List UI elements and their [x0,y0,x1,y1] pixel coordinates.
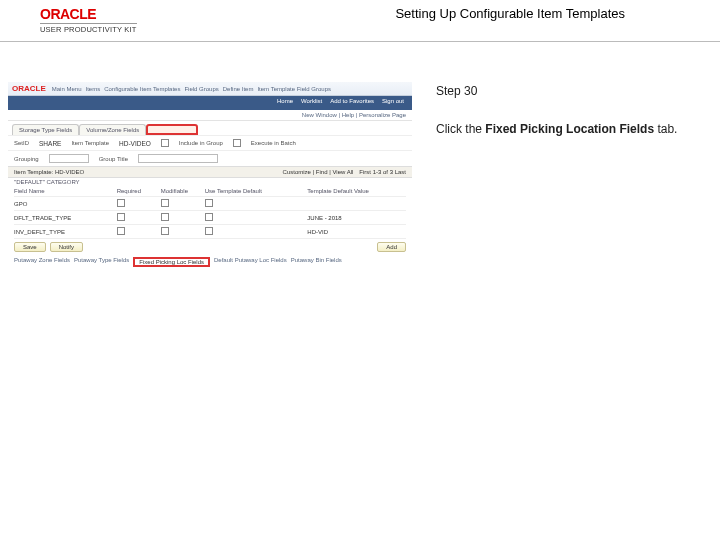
table-row: INV_DEFLT_TYPE HD-VID [14,225,406,239]
app-header-bar: ORACLE Main Menu Items Configurable Item… [8,82,412,96]
include-group-checkbox[interactable] [161,139,169,147]
page-title: Setting Up Configurable Item Templates [395,6,625,21]
group-customize[interactable]: Customize | Find | View All [283,169,354,175]
def-checkbox[interactable] [205,227,213,235]
cell: DFLT_TRADE_TYPE [14,215,113,221]
col-required: Required [117,188,157,194]
subtab-putaway-type[interactable]: Putaway Type Fields [74,257,129,267]
menu-favorites[interactable]: Add to Favorites [330,98,374,108]
table-row: DFLT_TRADE_TYPE JUNE - 2018 [14,211,406,225]
oracle-logo: ORACLE [40,6,137,22]
grouptitle-input[interactable] [138,154,218,163]
step-number: Step 30 [436,82,698,100]
setid-label: SetID [14,140,29,146]
embedded-screenshot: ORACLE Main Menu Items Configurable Item… [0,42,418,540]
tab-volume-zone[interactable]: Volume/Zone Fields [79,124,146,135]
subtab-fixed-picking-loc[interactable]: Fixed Picking Loc Fields [133,257,210,267]
cell: JUNE - 2018 [307,215,406,221]
crumb-item[interactable]: Field Groups [184,86,218,92]
field-grid: Field Name Required Modifiable Use Templ… [8,186,412,239]
template-value: HD-VIDEO [119,140,151,147]
instr-suffix: tab. [654,122,677,136]
crumb-item[interactable]: Items [85,86,100,92]
group-subtitle: "DEFAULT" CATEGORY [8,178,412,186]
group-section-bar: Item Template: HD-VIDEO Customize | Find… [8,166,412,178]
table-row: GPO [14,197,406,211]
cell: HD-VID [307,229,406,235]
crumb-item[interactable]: Configurable Item Templates [104,86,180,92]
col-field: Field Name [14,188,113,194]
execute-batch-label: Execute in Batch [251,140,296,146]
sub-tabs: Putaway Zone Fields Putaway Type Fields … [8,255,412,273]
group-title: Item Template: HD-VIDEO [14,169,84,175]
tab-storage-type[interactable]: Storage Type Fields [12,124,79,135]
instr-target: Fixed Picking Location Fields [485,122,654,136]
grouping-label: Grouping [14,156,39,162]
form-line-2: Grouping Group Title [8,150,412,166]
crumb-item[interactable]: Main Menu [52,86,82,92]
action-row: Save Notify Add [8,239,412,255]
crumb-item[interactable]: Define Item [223,86,254,92]
execute-batch-checkbox[interactable] [233,139,241,147]
menu-home[interactable]: Home [277,98,293,108]
subtab-default-putaway-loc[interactable]: Default Putaway Loc Fields [214,257,287,267]
mod-checkbox[interactable] [161,213,169,221]
cell: GPO [14,201,113,207]
menu-signout[interactable]: Sign out [382,98,404,108]
def-checkbox[interactable] [205,199,213,207]
include-group-label: Include in Group [179,140,223,146]
grid-header: Field Name Required Modifiable Use Templ… [14,186,406,197]
notify-button[interactable]: Notify [50,242,83,252]
brand-block: ORACLE USER PRODUCTIVITY KIT [40,6,137,34]
template-label: Item Template [71,140,109,146]
setid-value: SHARE [39,140,61,147]
col-modifiable: Modifiable [161,188,201,194]
upk-label: USER PRODUCTIVITY KIT [40,23,137,34]
col-default: Use Template Default [205,188,304,194]
instr-prefix: Click the [436,122,485,136]
tab-highlighted[interactable] [146,124,198,135]
subtab-putaway-zone[interactable]: Putaway Zone Fields [14,257,70,267]
instruction-panel: Step 30 Click the Fixed Picking Location… [418,42,708,540]
form-line-1: SetID SHARE Item Template HD-VIDEO Inclu… [8,135,412,150]
cell: INV_DEFLT_TYPE [14,229,113,235]
mod-checkbox[interactable] [161,227,169,235]
global-menu: Home Worklist Add to Favorites Sign out [8,96,412,110]
group-paging[interactable]: First 1-3 of 3 Last [359,169,406,175]
req-checkbox[interactable] [117,199,125,207]
req-checkbox[interactable] [117,213,125,221]
grouping-input[interactable] [49,154,89,163]
crumb-item[interactable]: Item Template Field Groups [257,86,331,92]
top-tabs: Storage Type Fields Volume/Zone Fields [8,121,412,135]
add-button[interactable]: Add [377,242,406,252]
page-header: ORACLE USER PRODUCTIVITY KIT Setting Up … [0,0,720,42]
req-checkbox[interactable] [117,227,125,235]
page-link-row[interactable]: New Window | Help | Personalize Page [8,110,412,121]
breadcrumb: Main Menu Items Configurable Item Templa… [52,86,408,92]
app-oracle-logo: ORACLE [12,84,46,93]
menu-worklist[interactable]: Worklist [301,98,322,108]
col-value: Template Default Value [307,188,406,194]
save-button[interactable]: Save [14,242,46,252]
mod-checkbox[interactable] [161,199,169,207]
def-checkbox[interactable] [205,213,213,221]
grouptitle-label: Group Title [99,156,128,162]
instruction-text: Click the Fixed Picking Location Fields … [436,120,698,138]
subtab-putaway-bin[interactable]: Putaway Bin Fields [291,257,342,267]
